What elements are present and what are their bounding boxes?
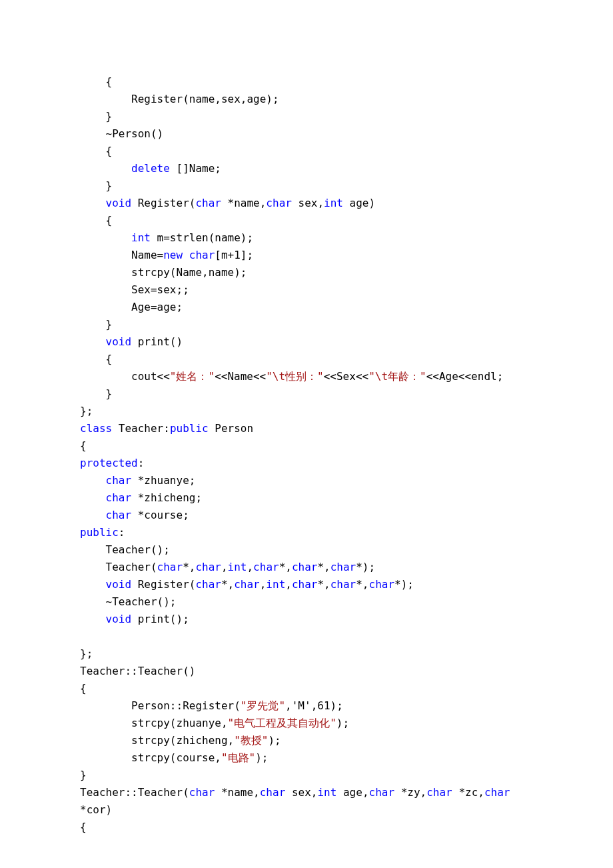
keyword: char (106, 509, 132, 521)
code-text: ); (255, 751, 268, 764)
code-text: }; (80, 647, 93, 660)
code-line: Teacher(); (80, 541, 613, 559)
string-literal: "\t年龄：" (368, 370, 426, 383)
code-text: Teacher::Teacher() (80, 665, 195, 677)
code-text: ); (336, 717, 349, 729)
code-line: { (80, 143, 613, 160)
code-text: print() (131, 335, 183, 348)
code-line: void print() (80, 333, 613, 351)
code-line: } (80, 108, 613, 125)
code-listing: { Register(name,sex,age); } ~Person() { … (80, 73, 613, 836)
code-text: Person (209, 422, 253, 435)
code-text: { (106, 214, 113, 227)
code-text: cout<< (131, 370, 170, 383)
keyword: void (106, 335, 132, 348)
code-line: Person::Register("罗先觉",'M',61); (80, 697, 613, 715)
keyword: int (317, 786, 336, 799)
keyword: char (330, 561, 356, 573)
code-line: Sex=sex;; (80, 281, 613, 299)
keyword: new (163, 249, 183, 261)
string-literal: "电路" (221, 751, 255, 764)
code-text: *cor) (80, 803, 112, 816)
code-line: strcpy(Name,name); (80, 264, 613, 281)
code-line: strcpy(zhuanye,"电气工程及其自动化"); (80, 715, 613, 732)
keyword: int (131, 231, 151, 244)
code-text: *zy, (394, 786, 426, 799)
string-literal: "电气工程及其自动化" (228, 717, 336, 729)
code-text: *, (317, 561, 330, 573)
code-line: ~Person() (80, 125, 613, 143)
code-line: public: (80, 524, 613, 541)
code-line: class Teacher:public Person (80, 420, 613, 437)
code-text: }; (80, 405, 93, 417)
code-line: void Register(char *name,char sex,int ag… (80, 195, 613, 212)
code-line: strcpy(zhicheng,"教授"); (80, 732, 613, 749)
code-text: Register( (131, 197, 195, 209)
code-text: Register( (131, 578, 195, 591)
code-text: *, (317, 578, 330, 591)
code-text: } (106, 179, 113, 192)
code-line: { (80, 437, 613, 455)
code-text: } (106, 318, 113, 331)
keyword: char (292, 561, 318, 573)
code-text: { (106, 75, 113, 88)
keyword: int (266, 578, 285, 591)
code-text: *name, (221, 197, 266, 209)
code-text: *); (394, 578, 414, 591)
code-text: { (80, 821, 87, 833)
keyword: public (80, 526, 119, 539)
code-line: Age=age; (80, 299, 613, 316)
code-line: } (80, 767, 613, 784)
code-text: , (285, 578, 292, 591)
string-literal: "\t性别：" (266, 370, 324, 383)
code-text: } (80, 769, 87, 781)
code-text: sex, (292, 197, 324, 209)
code-text: { (80, 439, 87, 452)
code-text: print(); (131, 613, 189, 625)
code-line: void Register(char*,char,int,char*,char*… (80, 576, 613, 593)
code-line: char *zhuanye; (80, 472, 613, 489)
code-line: *cor) (80, 801, 613, 819)
keyword: char (195, 561, 221, 573)
code-line: Register(name,sex,age); (80, 91, 613, 108)
code-text: ~Person() (106, 127, 164, 140)
code-text: strcpy(Name,name); (131, 266, 247, 279)
keyword: char (157, 561, 183, 573)
keyword: char (189, 249, 215, 261)
code-text: : (119, 526, 125, 539)
code-line: }; (80, 403, 613, 420)
code-line: int m=strlen(name); (80, 229, 613, 247)
code-text: Sex=sex;; (131, 283, 189, 296)
code-text: *, (279, 561, 292, 573)
code-text: Person::Register( (131, 699, 241, 712)
code-line: }; (80, 645, 613, 663)
code-line: cout<<"姓名："<<Name<<"\t性别："<<Sex<<"\t年龄："… (80, 368, 613, 385)
code-text: : (138, 457, 145, 469)
code-line: Teacher(char*,char,int,char*,char*,char*… (80, 559, 613, 576)
keyword: char (369, 786, 395, 799)
string-literal: "姓名：" (170, 370, 215, 383)
code-text: *, (183, 561, 195, 573)
code-text: strcpy(zhuanye, (131, 717, 228, 729)
code-line: { (80, 680, 613, 697)
code-text: *course; (131, 509, 189, 521)
code-line (80, 628, 613, 645)
keyword: char (484, 786, 510, 799)
code-line: char *course; (80, 507, 613, 524)
code-line: } (80, 385, 613, 403)
code-line: Teacher::Teacher(char *name,char sex,int… (80, 784, 613, 801)
code-line: { (80, 351, 613, 368)
code-text: Teacher(); (106, 543, 170, 556)
code-text: *, (356, 578, 368, 591)
code-text: age) (343, 197, 375, 209)
code-text: <<Name<< (215, 370, 266, 383)
code-text: strcpy(zhicheng, (131, 734, 234, 747)
code-text (183, 249, 189, 261)
code-text: Register(name,sex,age); (131, 93, 279, 105)
keyword: char (106, 491, 132, 504)
code-line: protected: (80, 455, 613, 472)
keyword: char (369, 578, 395, 591)
code-text: sex, (285, 786, 317, 799)
keyword: char (266, 197, 292, 209)
keyword: char (260, 786, 286, 799)
